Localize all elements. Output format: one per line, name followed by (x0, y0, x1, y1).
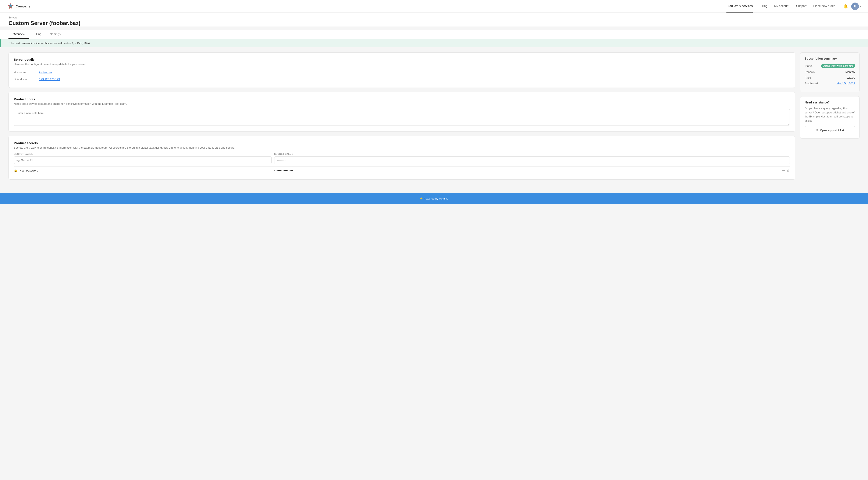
tab-settings[interactable]: Settings (46, 30, 65, 39)
server-details-card: Server details Here are the configuratio… (8, 52, 795, 88)
sub-value-purchased[interactable]: Mar 15th, 2024 (837, 82, 855, 85)
sidebar: Subscription summary Status Active (rene… (800, 52, 860, 139)
secret-value-col: SECRET VALUE (274, 153, 790, 164)
notes-textarea[interactable] (14, 109, 790, 126)
assistance-text: Do you have a query regarding this serve… (805, 106, 855, 123)
sub-row-purchased: Purchased Mar 15th, 2024 (805, 82, 855, 85)
breadcrumb-area: Servers Custom Server (foobar.baz) (0, 13, 868, 27)
subscription-summary-card: Subscription summary Status Active (rene… (800, 52, 860, 92)
alert-banner: The next renewal invoice for this server… (0, 39, 868, 47)
secret-value-input[interactable] (274, 156, 790, 164)
main-layout: Server details Here are the configuratio… (0, 47, 868, 185)
sub-label-status: Status (805, 64, 812, 67)
secret-label-input[interactable] (14, 156, 272, 164)
nav-billing[interactable]: Billing (760, 0, 767, 12)
secret-more-icon[interactable]: ••• (782, 169, 785, 172)
assistance-card: Need assistance? Do you have a query reg… (800, 96, 860, 139)
secret-actions[interactable]: ••• 🗑 (782, 169, 790, 172)
brand-logo[interactable]: Company (7, 3, 726, 10)
support-ticket-label: Open support ticket (820, 129, 844, 132)
secret-value-header: SECRET VALUE (274, 153, 790, 155)
sub-value-renews: Monthly (845, 70, 855, 73)
sub-row-price: Price £20.00 (805, 76, 855, 79)
page-title: Custom Server (foobar.baz) (8, 20, 860, 27)
secrets-input-row: SECRET LABEL SECRET VALUE (14, 153, 790, 164)
main-content: Server details Here are the configuratio… (8, 52, 795, 180)
nav-links: Products & services Billing My account S… (726, 0, 835, 12)
breadcrumb: Servers (8, 16, 860, 19)
product-notes-card: Product notes Notes are a way to capture… (8, 92, 795, 132)
footer-logo: ⚡ (420, 197, 423, 200)
bell-icon[interactable]: 🔔 (843, 4, 848, 9)
sub-label-renews: Renews (805, 70, 815, 73)
nav-my-account[interactable]: My account (774, 0, 789, 12)
server-details-title: Server details (14, 58, 790, 61)
navbar-right: 🔔 U ▾ (843, 3, 861, 10)
footer-link[interactable]: Upmind (439, 197, 448, 200)
subscription-summary-title: Subscription summary (805, 57, 855, 60)
nav-place-new-order[interactable]: Place new order (813, 0, 835, 12)
secret-name: Root Password (20, 169, 272, 172)
server-details-subtitle: Here are the configuration and setup det… (14, 63, 790, 66)
nav-support[interactable]: Support (796, 0, 807, 12)
avatar[interactable]: U (851, 3, 859, 10)
sub-row-status: Status Active (renews in a month) (805, 64, 855, 68)
product-secrets-subtitle: Secrets are a way to share sensitive inf… (14, 146, 790, 149)
detail-hostname-value[interactable]: foobar.baz (39, 71, 52, 74)
detail-ip-label: IP Address (14, 78, 39, 81)
lock-icon: 🔒 (14, 169, 18, 172)
sub-row-renews: Renews Monthly (805, 70, 855, 73)
detail-hostname-label: Hostname (14, 71, 39, 74)
nav-products[interactable]: Products & services (726, 0, 753, 12)
sub-label-price: Price (805, 76, 811, 79)
footer: ⚡ Powered by Upmind (0, 193, 868, 204)
status-badge: Active (renews in a month) (821, 64, 855, 68)
product-notes-subtitle: Notes are a way to capture and share non… (14, 102, 790, 106)
brand-name: Company (16, 4, 30, 8)
alert-text: The next renewal invoice for this server… (9, 41, 91, 45)
product-secrets-card: Product secrets Secrets are a way to sha… (8, 136, 795, 180)
support-ticket-icon: ⊗ (816, 128, 818, 132)
secret-label-header: SECRET LABEL (14, 153, 272, 155)
secret-dots: •••••••••••••••• (274, 169, 780, 172)
open-support-ticket-button[interactable]: ⊗ Open support ticket (805, 126, 855, 134)
tab-billing[interactable]: Billing (29, 30, 45, 39)
detail-hostname: Hostname foobar.baz (14, 69, 790, 76)
tab-overview[interactable]: Overview (8, 30, 29, 39)
secret-delete-icon[interactable]: 🗑 (787, 169, 790, 172)
tabs-bar: Overview Billing Settings (0, 30, 868, 39)
navbar: Company Products & services Billing My a… (0, 0, 868, 13)
secret-label-col: SECRET LABEL (14, 153, 272, 164)
detail-ip-value[interactable]: 123.123.123.123 (39, 78, 60, 81)
sub-value-price: £20.00 (846, 76, 855, 79)
sub-label-purchased: Purchased (805, 82, 818, 85)
secret-row-root-password: 🔒 Root Password •••••••••••••••• ••• 🗑 (14, 167, 790, 174)
detail-ip: IP Address 123.123.123.123 (14, 76, 790, 83)
product-notes-title: Product notes (14, 97, 790, 101)
assistance-title: Need assistance? (805, 101, 855, 104)
footer-powered-text: Powered by (424, 197, 438, 200)
avatar-chevron-icon[interactable]: ▾ (860, 5, 861, 7)
product-secrets-title: Product secrets (14, 141, 790, 145)
